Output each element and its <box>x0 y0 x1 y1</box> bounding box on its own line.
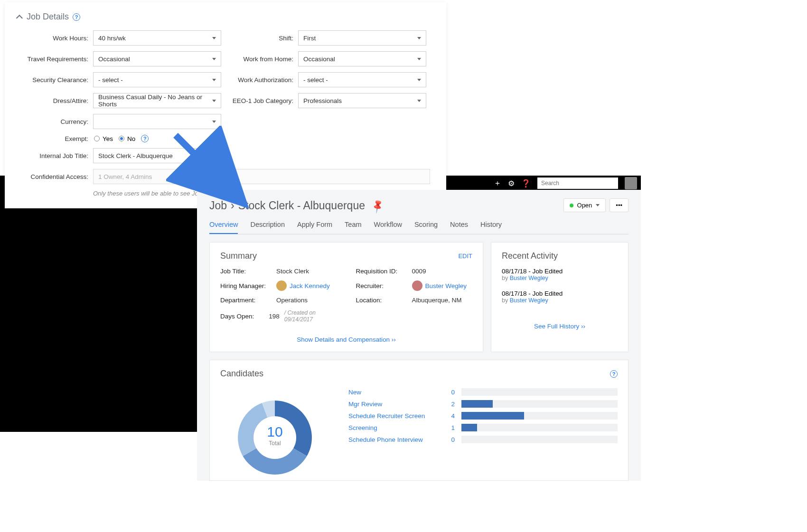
stage-count: 1 <box>445 424 455 431</box>
label-currency: Currency: <box>18 118 88 125</box>
page-title: Stock Clerk - Albuquerque <box>238 199 365 212</box>
value-req-id: 0009 <box>412 268 426 275</box>
select-work-auth[interactable]: - select - <box>298 72 426 87</box>
stage-name-link[interactable]: Schedule Recruiter Screen <box>348 412 439 420</box>
radio-exempt-yes[interactable]: Yes <box>94 135 113 142</box>
label-req-id: Requisition ID: <box>356 268 407 275</box>
stage-row: New0 <box>348 388 618 396</box>
stage-count: 0 <box>445 436 455 443</box>
stage-name-link[interactable]: Schedule Phone Interview <box>348 436 439 443</box>
help-circle-icon[interactable]: ? <box>141 135 149 142</box>
created-note: / Created on 09/14/2017 <box>284 309 337 323</box>
help-icon[interactable]: ❓ <box>521 179 531 188</box>
stage-count: 2 <box>445 401 455 408</box>
avatar[interactable] <box>625 177 637 189</box>
stage-bar <box>461 424 618 431</box>
summary-card: Summary EDIT Job Title:Stock Clerk Hirin… <box>209 242 483 352</box>
activity-user-link[interactable]: Buster Wegley <box>510 275 548 281</box>
activity-item: 08/17/18 - Job Edited by Buster Wegley <box>502 268 618 281</box>
activity-heading: Recent Activity <box>502 251 558 261</box>
show-details-link[interactable]: Show Details and Compensation ›› <box>220 336 472 343</box>
donut-total: 10 <box>267 424 282 440</box>
stage-name-link[interactable]: Screening <box>348 424 439 431</box>
stage-row: Mgr Review2 <box>348 400 618 408</box>
status-button[interactable]: Open <box>563 198 606 212</box>
help-circle-icon[interactable]: ? <box>73 13 80 21</box>
select-travel[interactable]: Occasional <box>93 51 221 66</box>
stage-count: 4 <box>445 412 455 420</box>
tab-overview[interactable]: Overview <box>209 221 238 234</box>
label-location: Location: <box>356 297 407 304</box>
donut-label: Total <box>267 440 282 447</box>
label-job-title: Job Title: <box>220 268 272 275</box>
stage-bar <box>461 436 618 443</box>
value-dept: Operations <box>276 297 308 304</box>
tab-apply-form[interactable]: Apply Form <box>297 221 332 234</box>
candidates-donut: 10 Total <box>220 385 329 480</box>
select-security[interactable]: - select - <box>93 72 221 87</box>
panel-title: Job Details <box>27 12 69 22</box>
plus-icon[interactable]: ＋ <box>494 178 501 188</box>
stage-bar <box>461 412 618 420</box>
select-currency[interactable] <box>93 114 221 129</box>
top-toolbar: ＋ ⚙ ❓ <box>490 176 641 189</box>
tab-notes[interactable]: Notes <box>450 221 468 234</box>
label-work-hours: Work Hours: <box>18 35 88 42</box>
help-circle-icon[interactable]: ? <box>216 152 224 159</box>
label-wfh: Work from Home: <box>231 56 293 63</box>
tab-team[interactable]: Team <box>345 221 361 234</box>
value-job-title: Stock Clerk <box>276 268 309 275</box>
see-history-link[interactable]: See Full History ›› <box>502 323 618 330</box>
stage-list: New0Mgr Review2Schedule Recruiter Screen… <box>348 388 618 443</box>
label-work-auth: Work Authorization: <box>231 76 293 84</box>
stage-name-link[interactable]: Mgr Review <box>348 401 439 408</box>
tab-description[interactable]: Description <box>250 221 285 234</box>
chevron-up-icon <box>16 15 23 21</box>
label-internal-title: Internal Job Title: <box>18 152 88 159</box>
status-dot-icon <box>570 204 573 207</box>
tabs: Overview Description Apply Form Team Wor… <box>209 221 629 234</box>
activity-item: 08/17/18 - Job Edited by Buster Wegley <box>502 290 618 304</box>
stage-count: 0 <box>445 389 455 396</box>
search-input[interactable] <box>537 177 618 189</box>
value-location: Albuquerque, NM <box>412 297 462 304</box>
help-circle-icon[interactable]: ? <box>610 370 618 378</box>
pin-icon[interactable]: 📌 <box>369 198 385 214</box>
link-recruiter[interactable]: Buster Wegley <box>412 280 467 291</box>
stage-name-link[interactable]: New <box>348 389 439 396</box>
gear-icon[interactable]: ⚙ <box>508 179 515 188</box>
candidates-card: Candidates ? 10 Total New0Mgr Review2Sch… <box>209 360 629 481</box>
panel-header[interactable]: Job Details ? <box>18 12 433 22</box>
stage-row: Schedule Phone Interview0 <box>348 436 618 443</box>
stage-row: Schedule Recruiter Screen4 <box>348 412 618 420</box>
select-dress[interactable]: Business Casual Daily - No Jeans or Shor… <box>93 93 221 108</box>
job-details-panel: Job Details ? Work Hours: 40 hrs/wk Shif… <box>5 2 446 208</box>
value-days-open: 198 <box>269 313 280 320</box>
select-wfh[interactable]: Occasional <box>298 51 426 66</box>
label-exempt: Exempt: <box>18 135 88 142</box>
edit-link[interactable]: EDIT <box>458 252 472 260</box>
stage-row: Screening1 <box>348 424 618 431</box>
radio-exempt-no[interactable]: No <box>119 135 135 142</box>
tab-workflow[interactable]: Workflow <box>374 221 402 234</box>
tab-history[interactable]: History <box>480 221 502 234</box>
label-dept: Department: <box>220 297 272 304</box>
activity-user-link[interactable]: Buster Wegley <box>510 297 548 304</box>
input-confidential[interactable]: 1 Owner, 4 Admins <box>93 169 430 184</box>
select-eeo[interactable]: Professionals <box>298 93 426 108</box>
input-internal-title[interactable]: Stock Clerk - Albuquerque <box>93 148 212 163</box>
breadcrumb-root[interactable]: Job <box>209 199 227 212</box>
select-work-hours[interactable]: 40 hrs/wk <box>93 30 221 46</box>
label-eeo: EEO-1 Job Category: <box>231 97 293 104</box>
select-shift[interactable]: First <box>298 30 426 46</box>
summary-heading: Summary <box>220 251 257 261</box>
link-hiring-mgr[interactable]: Jack Kennedy <box>276 280 330 291</box>
job-overview-panel: Job › Stock Clerk - Albuquerque 📌 Open •… <box>197 190 641 481</box>
stage-bar <box>461 388 618 396</box>
label-shift: Shift: <box>231 35 293 42</box>
label-hiring-mgr: Hiring Manager: <box>220 282 272 289</box>
more-button[interactable]: ••• <box>610 198 629 212</box>
candidates-heading: Candidates <box>220 369 263 379</box>
label-days-open: Days Open: <box>220 313 264 320</box>
tab-scoring[interactable]: Scoring <box>414 221 438 234</box>
